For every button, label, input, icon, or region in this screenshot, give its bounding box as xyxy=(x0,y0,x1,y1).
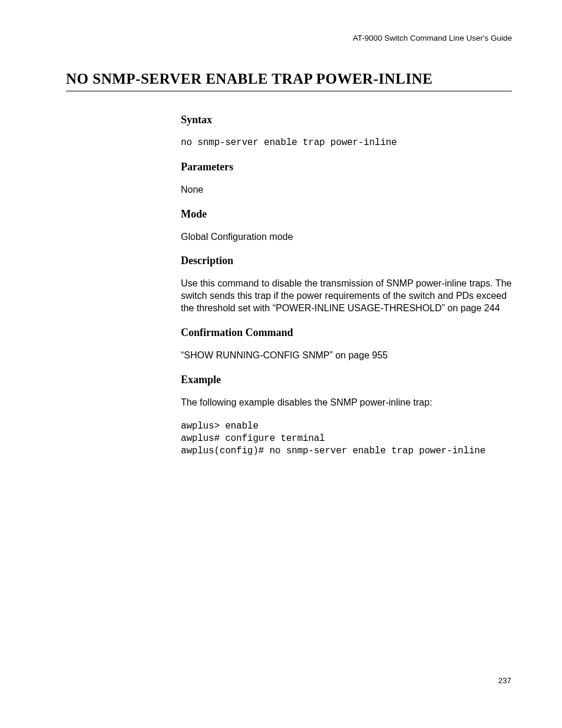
page-number: 237 xyxy=(498,676,511,685)
page-title: NO SNMP-SERVER ENABLE TRAP POWER-INLINE xyxy=(66,71,512,91)
document-page: AT-9000 Switch Command Line User's Guide… xyxy=(0,0,562,457)
syntax-code: no snmp-server enable trap power-inline xyxy=(181,137,512,149)
parameters-heading: Parameters xyxy=(181,161,512,173)
description-heading: Description xyxy=(181,255,512,267)
mode-heading: Mode xyxy=(181,208,512,220)
example-code: awplus> enable awplus# configure termina… xyxy=(181,420,512,457)
confirmation-heading: Confirmation Command xyxy=(181,327,512,339)
mode-text: Global Configuration mode xyxy=(181,231,512,243)
example-text: The following example disables the SNMP … xyxy=(181,397,512,409)
content-area: Syntax no snmp-server enable trap power-… xyxy=(181,114,512,457)
syntax-heading: Syntax xyxy=(181,114,512,126)
description-text: Use this command to disable the transmis… xyxy=(181,278,512,314)
example-heading: Example xyxy=(181,374,512,386)
header-guide-title: AT-9000 Switch Command Line User's Guide xyxy=(66,34,512,42)
confirmation-text: “SHOW RUNNING-CONFIG SNMP” on page 955 xyxy=(181,350,512,362)
parameters-text: None xyxy=(181,184,512,196)
